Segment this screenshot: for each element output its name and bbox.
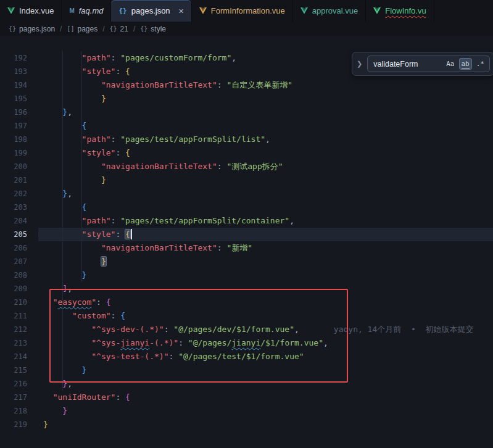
code-line-196[interactable]: 196 }, (0, 106, 493, 119)
code-token: , (289, 216, 294, 225)
code-line-204[interactable]: 204 "path": "pages/test/appFormSplit/con… (0, 214, 493, 228)
line-number[interactable]: 211 (0, 309, 27, 323)
line-number[interactable]: 203 (0, 201, 27, 214)
line-number[interactable]: 209 (0, 282, 27, 296)
line-number[interactable]: 219 (0, 418, 27, 431)
code-token (43, 257, 101, 266)
code-line-208[interactable]: 208 } (0, 268, 493, 282)
json-file-icon: {} (118, 7, 126, 15)
find-expand-chevron-icon[interactable]: ❯ (355, 60, 364, 68)
tab-faq-md[interactable]: Mfaq.md (62, 0, 111, 22)
code-line-213[interactable]: 213 "^sys-jianyi-(.*)": "@/pages/jianyi/… (0, 336, 493, 350)
code-line-216[interactable]: 216 }, (0, 377, 493, 391)
code-token: "custom" (43, 311, 111, 320)
code-line-199[interactable]: 199 "style": { (0, 146, 493, 160)
match-case-button[interactable]: Aa (444, 59, 456, 69)
breadcrumb-item-pages-json[interactable]: {}pages.json (9, 25, 55, 33)
tab-flowinfo-vu[interactable]: FlowInfo.vu (366, 0, 434, 22)
line-number[interactable]: 214 (0, 350, 27, 363)
code-line-207[interactable]: 207 } (0, 255, 493, 268)
line-number[interactable]: 216 (0, 377, 27, 391)
line-number[interactable]: 196 (0, 106, 27, 119)
code-token: ] (43, 284, 67, 293)
line-number[interactable]: 201 (0, 173, 27, 187)
line-number[interactable]: 202 (0, 187, 27, 201)
code-line-214[interactable]: 214 "^sys-test-(.*)": "@/pages/test/$1/f… (0, 350, 493, 363)
code-text: } (27, 92, 106, 106)
code-token: , (265, 135, 270, 144)
code-token: } (43, 270, 86, 280)
find-input[interactable]: validateForm Aa ab .* (367, 56, 490, 72)
line-number[interactable]: 205 (0, 228, 27, 241)
code-text: "path": "pages/test/appFormSplit/contain… (27, 214, 294, 228)
breadcrumb-item-21[interactable]: {}21 (110, 25, 128, 33)
markdown-file-icon: M (69, 7, 74, 14)
code-line-210[interactable]: 210 "easycom": { (0, 296, 493, 309)
line-number[interactable]: 198 (0, 133, 27, 146)
code-token: } (43, 365, 86, 375)
code-token: } (43, 420, 48, 429)
code-token: : (96, 297, 106, 307)
breadcrumb-separator: / (60, 25, 62, 33)
line-number[interactable]: 213 (0, 336, 27, 350)
code-token: , (67, 107, 72, 117)
line-number[interactable]: 212 (0, 323, 27, 336)
code-line-200[interactable]: 200 "navigationBarTitleText": "测试app拆分" (0, 160, 493, 173)
code-line-217[interactable]: 217 "uniIdRouter": { (0, 391, 493, 404)
line-number[interactable]: 193 (0, 65, 27, 78)
code-line-212[interactable]: 212 "^sys-dev-(.*)": "@/pages/dev/$1/for… (0, 323, 493, 336)
close-tab-icon[interactable]: × (179, 7, 184, 15)
regex-button[interactable]: .* (474, 59, 486, 69)
line-number[interactable]: 217 (0, 391, 27, 404)
line-number[interactable]: 218 (0, 404, 27, 418)
line-number[interactable]: 200 (0, 160, 27, 173)
symbol-icon: {} (110, 25, 117, 32)
code-token: : (169, 352, 179, 361)
line-number[interactable]: 194 (0, 78, 27, 92)
code-token: { (125, 392, 130, 402)
code-line-202[interactable]: 202 }, (0, 187, 493, 201)
line-number[interactable]: 195 (0, 92, 27, 106)
code-token: -(.*)" (149, 338, 178, 347)
code-token: { (125, 148, 130, 157)
tab-index-vue[interactable]: Index.vue (0, 0, 62, 22)
code-token: "@/pages/ (188, 338, 231, 347)
code-line-215[interactable]: 215 } (0, 363, 493, 377)
code-line-203[interactable]: 203 { (0, 201, 493, 214)
tab-label: pages.json (131, 6, 170, 15)
code-line-194[interactable]: 194 "navigationBarTitleText": "自定义表单新增" (0, 78, 493, 92)
code-line-197[interactable]: 197 { (0, 119, 493, 133)
line-number[interactable]: 208 (0, 268, 27, 282)
breadcrumb-item-style[interactable]: {}style (140, 25, 166, 33)
code-line-201[interactable]: 201 } (0, 173, 493, 187)
code-line-209[interactable]: 209 ], (0, 282, 493, 296)
line-number[interactable]: 210 (0, 296, 27, 309)
code-line-195[interactable]: 195 } (0, 92, 493, 106)
tab-approval-vue[interactable]: approval.vue (293, 0, 366, 22)
line-number[interactable]: 215 (0, 363, 27, 377)
code-line-206[interactable]: 206 "navigationBarTitleText": "新增" (0, 241, 493, 255)
code-text: "style": { (27, 146, 130, 160)
code-token: "pages/test/appFormSplit/list" (120, 135, 265, 144)
code-token: : (178, 338, 188, 347)
code-text: } (27, 173, 106, 187)
breadcrumb-label: pages (77, 25, 97, 33)
line-number[interactable]: 207 (0, 255, 27, 268)
line-number[interactable]: 206 (0, 241, 27, 255)
editor[interactable]: 192 "path": "pages/customForm/form",193 … (0, 36, 493, 448)
code-text: "uniIdRouter": { (27, 391, 130, 404)
breadcrumb-item-pages[interactable]: []pages (67, 25, 97, 33)
line-number[interactable]: 204 (0, 214, 27, 228)
code-line-205[interactable]: 205 "style": { (0, 228, 493, 241)
line-number[interactable]: 192 (0, 51, 27, 65)
code-text: }, (27, 106, 72, 119)
line-number[interactable]: 199 (0, 146, 27, 160)
code-line-198[interactable]: 198 "path": "pages/test/appFormSplit/lis… (0, 133, 493, 146)
code-line-211[interactable]: 211 "custom": { (0, 309, 493, 323)
tab-pages-json[interactable]: {}pages.json× (111, 0, 191, 22)
line-number[interactable]: 197 (0, 119, 27, 133)
tab-forminformation-vue[interactable]: FormInformation.vue (192, 0, 293, 22)
whole-word-button[interactable]: ab (460, 59, 471, 69)
code-line-218[interactable]: 218 } (0, 404, 493, 418)
code-line-219[interactable]: 219} (0, 418, 493, 431)
